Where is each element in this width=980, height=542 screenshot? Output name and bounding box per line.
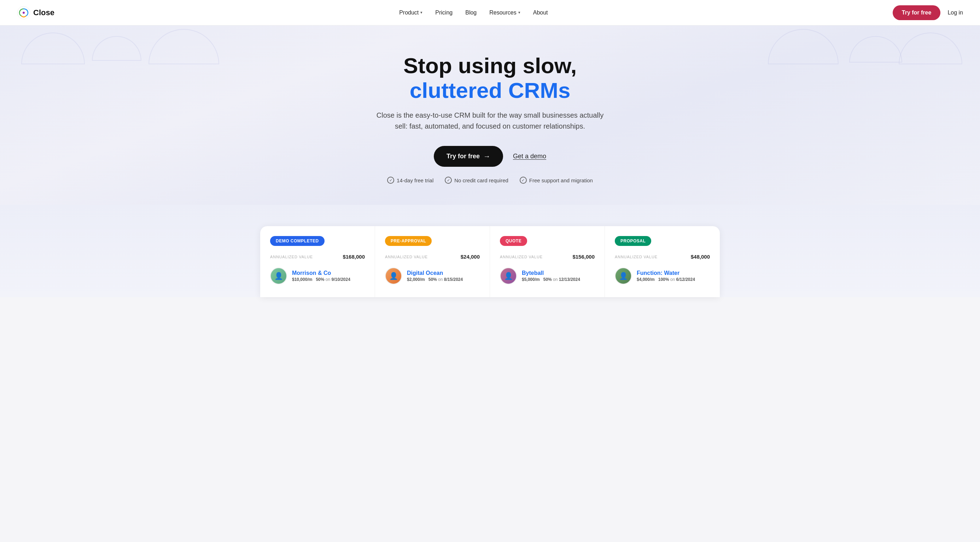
- hero-title-line1: Stop using slow,: [348, 54, 632, 78]
- pipeline-section: Demo Completed Annualized Value $168,000…: [0, 205, 980, 297]
- nav-links: Product ▾ Pricing Blog Resources ▾ About: [399, 10, 547, 16]
- hero-title: Stop using slow, cluttered CRMs: [348, 54, 632, 103]
- contact-info-3: Byteball $5,000/m 50% on 12/13/2024: [522, 270, 580, 282]
- badge-free-trial: ✓ 14-day free trial: [387, 177, 433, 184]
- annualized-row-3: Annualized Value $156,000: [500, 254, 595, 260]
- nav-item-resources[interactable]: Resources ▾: [489, 10, 520, 16]
- annualized-label-3: Annualized Value: [500, 255, 542, 259]
- nav-login-button[interactable]: Log in: [948, 10, 963, 16]
- contact-4: 👤 Function: Water $4,000/m 100% on 6/12/…: [615, 268, 710, 284]
- contact-1: 👤 Morrison & Co $10,000/m 50% on 9/10/20…: [270, 268, 365, 284]
- chevron-down-icon: ▾: [518, 10, 520, 15]
- contact-details-1: $10,000/m 50% on 9/10/2024: [292, 277, 350, 282]
- main-nav: Close Product ▾ Pricing Blog Resources ▾: [0, 0, 980, 25]
- contact-2: 👤 Digital Ocean $2,000/m 50% on 8/15/202…: [385, 268, 480, 284]
- check-icon: ✓: [387, 177, 394, 184]
- nav-link-blog[interactable]: Blog: [465, 10, 477, 16]
- pipeline-cards-container: Demo Completed Annualized Value $168,000…: [260, 226, 720, 297]
- annualized-label-4: Annualized Value: [615, 255, 657, 259]
- nav-link-about[interactable]: About: [533, 10, 548, 16]
- check-icon: ✓: [445, 177, 452, 184]
- annualized-value-2: $24,000: [461, 254, 480, 260]
- nav-try-free-button[interactable]: Try for free: [892, 5, 941, 20]
- hero-badges: ✓ 14-day free trial ✓ No credit card req…: [348, 177, 632, 184]
- contact-details-2: $2,000/m 50% on 8/15/2024: [407, 277, 463, 282]
- nav-item-pricing[interactable]: Pricing: [435, 10, 452, 16]
- logo-icon: [17, 6, 30, 19]
- annualized-row-2: Annualized Value $24,000: [385, 254, 480, 260]
- contact-name-2[interactable]: Digital Ocean: [407, 270, 463, 276]
- nav-item-blog[interactable]: Blog: [465, 10, 477, 16]
- pipeline-card-1: Demo Completed Annualized Value $168,000…: [260, 226, 375, 297]
- nav-item-about[interactable]: About: [533, 10, 548, 16]
- nav-link-pricing[interactable]: Pricing: [435, 10, 452, 16]
- nav-link-product[interactable]: Product ▾: [399, 10, 423, 16]
- hero-try-free-button[interactable]: Try for free →: [434, 146, 503, 167]
- contact-info-4: Function: Water $4,000/m 100% on 6/12/20…: [637, 270, 695, 282]
- avatar-3: 👤: [500, 268, 517, 284]
- hero-subtitle: Close is the easy-to-use CRM built for t…: [373, 110, 607, 132]
- chevron-down-icon: ▾: [420, 10, 423, 15]
- check-icon: ✓: [520, 177, 527, 184]
- nav-actions: Try for free Log in: [892, 5, 963, 20]
- pipeline-card-2: Pre-Approval Annualized Value $24,000 👤 …: [375, 226, 490, 297]
- pipeline-card-3: Quote Annualized Value $156,000 👤 Byteba…: [490, 226, 605, 297]
- logo[interactable]: Close: [17, 6, 54, 19]
- annualized-label-1: Annualized Value: [270, 255, 313, 259]
- annualized-value-3: $156,000: [573, 254, 595, 260]
- contact-details-3: $5,000/m 50% on 12/13/2024: [522, 277, 580, 282]
- nav-link-resources[interactable]: Resources ▾: [489, 10, 520, 16]
- badge-free-support: ✓ Free support and migration: [520, 177, 593, 184]
- pipeline-card-4: Proposal Annualized Value $48,000 👤 Func…: [605, 226, 720, 297]
- contact-name-4[interactable]: Function: Water: [637, 270, 695, 276]
- annualized-value-1: $168,000: [342, 254, 365, 260]
- arch-shape: [849, 36, 902, 63]
- annualized-row-1: Annualized Value $168,000: [270, 254, 365, 260]
- avatar-1: 👤: [270, 268, 287, 284]
- contact-info-2: Digital Ocean $2,000/m 50% on 8/15/2024: [407, 270, 463, 282]
- pipeline-badge-2: Pre-Approval: [385, 236, 432, 246]
- arch-shape: [899, 33, 963, 64]
- avatar-4: 👤: [615, 268, 632, 284]
- annualized-value-4: $48,000: [691, 254, 710, 260]
- contact-name-1[interactable]: Morrison & Co: [292, 270, 350, 276]
- arch-shape: [768, 29, 838, 64]
- arch-shape: [92, 36, 142, 61]
- avatar-2: 👤: [385, 268, 402, 284]
- nav-item-product[interactable]: Product ▾: [399, 10, 423, 16]
- badge-no-credit-card: ✓ No credit card required: [445, 177, 508, 184]
- pipeline-badge-4: Proposal: [615, 236, 651, 246]
- pipeline-badge-1: Demo Completed: [270, 236, 325, 246]
- contact-info-1: Morrison & Co $10,000/m 50% on 9/10/2024: [292, 270, 350, 282]
- arch-shape: [148, 29, 219, 64]
- contact-3: 👤 Byteball $5,000/m 50% on 12/13/2024: [500, 268, 595, 284]
- hero-demo-button[interactable]: Get a demo: [513, 153, 546, 160]
- hero-section: Stop using slow, cluttered CRMs Close is…: [0, 25, 980, 205]
- pipeline-badge-3: Quote: [500, 236, 527, 246]
- hero-buttons: Try for free → Get a demo: [348, 146, 632, 167]
- arrow-right-icon: →: [483, 152, 490, 160]
- contact-name-3[interactable]: Byteball: [522, 270, 580, 276]
- contact-details-4: $4,000/m 100% on 6/12/2024: [637, 277, 695, 282]
- logo-text: Close: [33, 8, 54, 17]
- hero-content: Stop using slow, cluttered CRMs Close is…: [348, 54, 632, 184]
- annualized-label-2: Annualized Value: [385, 255, 428, 259]
- hero-title-line2: cluttered CRMs: [348, 78, 632, 103]
- arch-shape: [21, 33, 85, 64]
- svg-point-1: [22, 12, 25, 14]
- annualized-row-4: Annualized Value $48,000: [615, 254, 710, 260]
